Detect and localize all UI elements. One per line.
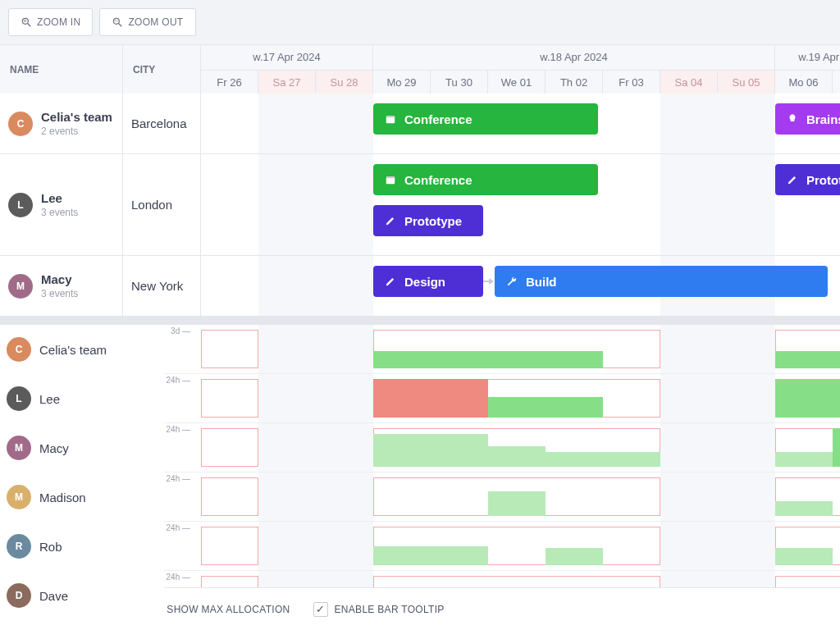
weekend-shade — [258, 256, 316, 316]
resource-timeline[interactable]: ConferencePrototypePrototype — [201, 154, 840, 255]
resource-row: LLee3 eventsLondonConferencePrototypePro… — [0, 154, 840, 256]
zoom-out-label: ZOOM OUT — [128, 16, 183, 28]
resource-name: Celia's team — [41, 110, 112, 124]
allocation-fill — [775, 548, 833, 565]
avatar: C — [8, 112, 33, 136]
day-header[interactable]: Sa 27 — [258, 70, 316, 94]
day-header[interactable]: Sa 04 — [660, 70, 718, 94]
day-header[interactable]: Th 02 — [546, 70, 603, 94]
weekend-shade — [316, 154, 373, 255]
zoom-out-button[interactable]: ZOOM OUT — [99, 8, 195, 36]
zoom-out-icon — [112, 16, 123, 28]
histogram-name-cell[interactable]: LLee — [0, 374, 164, 423]
wrench-icon — [506, 276, 518, 287]
histogram-scale-label: 24h — — [164, 523, 190, 532]
day-header[interactable]: Fr 03 — [603, 70, 660, 94]
scheduler-grid[interactable]: CCelia's team2 eventsBarcelonaConference… — [0, 94, 840, 317]
zoom-in-button[interactable]: ZOOM IN — [8, 8, 93, 36]
histogram-name-cell[interactable]: CCelia's team — [0, 325, 164, 374]
day-header[interactable]: Su 05 — [718, 70, 775, 94]
pane-divider[interactable] — [0, 317, 840, 325]
event-bar[interactable]: Build — [495, 266, 828, 297]
allocation-fill — [546, 452, 603, 467]
weekend-shade — [660, 154, 718, 255]
weekend-shade — [258, 154, 316, 255]
weekend-shade — [316, 325, 373, 373]
week-header: w.18 Apr 2024 — [373, 45, 775, 70]
histogram-name-cell[interactable]: MMacy — [0, 423, 164, 472]
day-header[interactable]: Mo 29 — [373, 70, 431, 94]
weekend-shade — [258, 94, 316, 153]
resource-row: MMacy3 eventsNew YorkDesignBuild — [0, 256, 840, 317]
resource-name-cell[interactable]: CCelia's team2 events — [0, 94, 123, 153]
weekend-shade — [660, 423, 718, 472]
avatar: M — [7, 436, 31, 460]
histogram-scale-label: 24h — — [164, 474, 190, 483]
day-header[interactable]: Tu 07 — [833, 70, 840, 94]
histogram-name: Dave — [39, 589, 68, 603]
allocation-box — [201, 428, 258, 467]
resource-name: Lee — [41, 191, 78, 205]
event-bar[interactable]: Brainstorm — [775, 103, 840, 135]
day-header[interactable]: We 01 — [488, 70, 546, 94]
day-header[interactable]: Mo 06 — [775, 70, 833, 94]
day-header[interactable]: Fr 26 — [201, 70, 258, 94]
week-header: w.19 Apr 2024 — [775, 45, 840, 70]
histogram-stage[interactable] — [201, 522, 840, 570]
histogram-row: RRob24h — — [0, 522, 840, 571]
timeline-header: NAME CITY w.17 Apr 2024w.18 Apr 2024w.19… — [0, 44, 840, 94]
allocation-fill — [373, 379, 488, 418]
event-bar[interactable]: Prototype — [775, 164, 840, 195]
weekend-shade — [718, 472, 775, 521]
weekend-shade — [316, 423, 373, 472]
event-label: Prototype — [404, 214, 462, 228]
resource-name-cell[interactable]: LLee3 events — [0, 154, 123, 255]
event-label: Prototype — [806, 173, 840, 187]
histogram-stage[interactable] — [201, 325, 840, 373]
checkbox-option[interactable]: SHOW MAX ALLOCATION — [145, 602, 290, 617]
weekend-shade — [660, 522, 718, 570]
allocation-fill — [373, 434, 488, 467]
zoom-in-icon — [21, 16, 32, 28]
day-header[interactable]: Su 28 — [316, 70, 373, 94]
avatar: D — [7, 583, 31, 608]
checkbox-box[interactable] — [313, 602, 328, 617]
histogram-row: MMadison24h — — [0, 472, 840, 522]
resource-timeline[interactable]: ConferenceBrainstorm — [201, 94, 840, 153]
weekend-shade — [718, 374, 775, 422]
checkbox-option[interactable]: ENABLE BAR TOOLTIP — [313, 602, 445, 617]
histogram-name: Lee — [39, 392, 60, 406]
day-header[interactable]: Tu 30 — [431, 70, 488, 94]
histogram-stage[interactable] — [201, 423, 840, 472]
histogram-stage[interactable] — [201, 472, 840, 521]
histogram-name-cell[interactable]: RRob — [0, 522, 164, 571]
column-header-city[interactable]: CITY — [123, 45, 201, 94]
weekend-shade — [660, 325, 718, 373]
histogram-name-cell[interactable]: MMadison — [0, 472, 164, 522]
histogram-panel[interactable]: CCelia's team3d —LLee24h —MMacy24h —MMad… — [0, 325, 840, 620]
allocation-box — [201, 527, 258, 565]
column-header-name[interactable]: NAME — [0, 45, 123, 94]
resource-timeline[interactable]: DesignBuild — [201, 256, 840, 316]
resource-name-cell[interactable]: MMacy3 events — [0, 256, 123, 316]
event-bar[interactable]: Conference — [373, 164, 598, 195]
allocation-fill — [833, 428, 840, 467]
histogram-name: Macy — [39, 441, 69, 455]
event-bar[interactable]: Design — [373, 266, 483, 297]
weekend-shade — [258, 472, 316, 521]
histogram-row: MMacy24h — — [0, 423, 840, 472]
event-bar[interactable]: Conference — [373, 103, 598, 135]
histogram-name-cell[interactable]: DDave — [0, 571, 164, 620]
histogram-scale-label: 24h — — [164, 376, 190, 385]
zoom-in-label: ZOOM IN — [37, 16, 80, 28]
allocation-fill — [546, 548, 603, 565]
event-bar[interactable]: Prototype — [373, 205, 483, 236]
weekend-shade — [316, 522, 373, 570]
weekend-shade — [258, 374, 316, 422]
histogram-stage[interactable] — [201, 374, 840, 422]
allocation-box — [201, 379, 258, 418]
weekend-shade — [316, 94, 373, 153]
allocation-fill — [775, 351, 840, 368]
event-label: Brainstorm — [806, 112, 840, 126]
weekend-shade — [258, 325, 316, 373]
